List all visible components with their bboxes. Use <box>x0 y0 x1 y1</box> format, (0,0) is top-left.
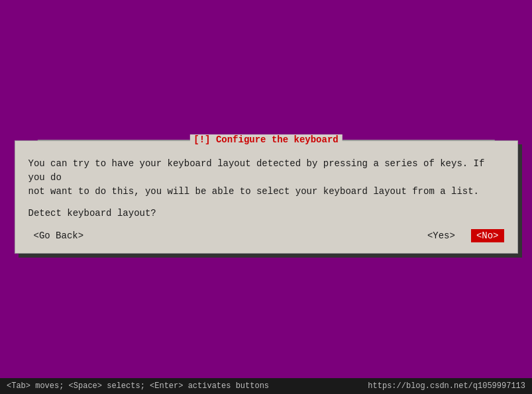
go-back-button[interactable]: <Go Back> <box>28 229 89 242</box>
screen: [!] Configure the keyboard You can try t… <box>0 0 532 394</box>
yes-button[interactable]: <Yes> <box>422 229 460 242</box>
body-line2: not want to do this, you will be able to… <box>28 186 480 197</box>
no-button[interactable]: <No> <box>471 229 504 242</box>
dialog: [!] Configure the keyboard You can try t… <box>15 140 518 254</box>
title-line-right <box>343 140 495 140</box>
body-line1: You can try to have your keyboard layout… <box>28 158 485 183</box>
dialog-body: You can try to have your keyboard layout… <box>28 157 504 199</box>
dialog-title: [!] Configure the keyboard <box>189 134 342 145</box>
status-bar: <Tab> moves; <Space> selects; <Enter> ac… <box>0 378 532 394</box>
dialog-buttons: <Go Back> <Yes> <No> <box>28 229 504 242</box>
dialog-wrapper: [!] Configure the keyboard You can try t… <box>15 140 518 254</box>
btn-group-right: <Yes> <No> <box>422 229 504 242</box>
dialog-prompt: Detect keyboard layout? <box>28 208 504 219</box>
dialog-title-bar: [!] Configure the keyboard <box>37 134 494 145</box>
status-left-text: <Tab> moves; <Space> selects; <Enter> ac… <box>7 381 269 391</box>
status-right-text: https://blog.csdn.net/q1059997113 <box>368 381 525 391</box>
title-line-left <box>37 140 189 140</box>
dialog-content: You can try to have your keyboard layout… <box>15 144 517 253</box>
